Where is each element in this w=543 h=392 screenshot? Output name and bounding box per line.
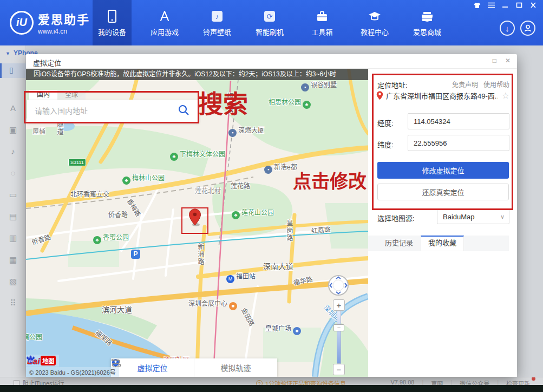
nav-tutorials[interactable]: 教程中心 [355, 0, 394, 45]
current-address: 广东省深圳市福田区商报东路49-西... [386, 90, 498, 101]
search-icon [178, 104, 189, 116]
map-label: 屋桶 [32, 126, 45, 135]
map-label: 莲花路 [231, 181, 250, 190]
gps-notice-bar: 因iOS设备带有GPS校准功能，故此虚拟定位并非永久。iOS12及以下：约2天；… [26, 69, 368, 80]
tab-favorites[interactable]: 我的收藏 [421, 236, 464, 251]
svg-text:⟳: ⟳ [267, 12, 273, 21]
map-label: 滨河大道 [102, 304, 132, 315]
records-tabs: 历史记录 我的收藏 [368, 236, 509, 251]
tab-virtual-location[interactable]: 虚拟定位 [111, 358, 194, 377]
svg-text:du: du [29, 359, 33, 362]
app-logo: iU 爱思助手 www.i4.cn [10, 10, 90, 35]
graduation-cap-icon [368, 9, 382, 23]
map-label: ▪深燃大厦 [228, 125, 264, 137]
window-controls [473, 2, 538, 10]
refresh-icon: ⟳ [263, 9, 277, 23]
zoom-slider-handle[interactable]: − [333, 324, 344, 331]
map-label: 深圳会展中心■ [188, 298, 237, 310]
pin-icon [376, 91, 383, 100]
search-button[interactable] [178, 104, 194, 118]
nav-ringtones[interactable]: ♪ 铃声壁纸 [198, 0, 237, 45]
phone-icon [105, 9, 119, 23]
map-label: ♣下梅林文体公园 [170, 149, 225, 161]
nav-flash[interactable]: ⟳ 智能刷机 [250, 0, 289, 45]
address-label: 定位地址: [377, 80, 408, 90]
nav-my-device[interactable]: 我的设备 [93, 0, 132, 45]
map-label: 北环香蜜立交 [70, 189, 109, 198]
building-poi-icon: ▪ [301, 83, 309, 92]
map-label: 红荔路 [311, 224, 331, 235]
latitude-label: 纬度: [377, 139, 394, 149]
building-poi-icon: ▪ [264, 166, 272, 174]
dialog-close-icon[interactable]: ✕ [505, 57, 511, 64]
address-search-input[interactable] [35, 104, 165, 118]
zoom-out-button[interactable]: − [333, 364, 345, 375]
latitude-input[interactable] [408, 135, 509, 151]
map-label: 湾公园 [26, 332, 42, 341]
nav-store[interactable]: 爱思商城 [408, 0, 447, 45]
appstore-icon [158, 9, 172, 23]
map-label: S3111 [68, 159, 86, 166]
app-subtitle: www.i4.cn [38, 28, 90, 35]
park-poi-icon: ♣ [232, 211, 240, 219]
modify-location-button[interactable]: 修改虚拟定位 [377, 162, 509, 179]
map-label: ▪银谷别墅 [301, 80, 337, 92]
map-label: 莲花北村 [195, 186, 221, 195]
minimize-icon[interactable] [501, 2, 509, 10]
tab-global[interactable]: 全球 [57, 90, 86, 100]
map-label: 皇城广场■ [265, 323, 301, 335]
download-manager-icon[interactable]: ↓ [500, 21, 515, 36]
map-label: 深南大道 [263, 260, 293, 271]
tab-domestic[interactable]: 国内 [29, 90, 57, 100]
park-poi-icon: ♣ [93, 236, 101, 244]
user-account-icon[interactable] [520, 21, 535, 36]
map-label: M福田站 [226, 271, 256, 283]
favorite-star-icon[interactable]: ☆ [502, 90, 509, 101]
dialog-maximize-icon[interactable]: □ [493, 57, 496, 64]
nav-toolbox[interactable]: 工具箱 [303, 0, 342, 45]
tab-history[interactable]: 历史记录 [377, 236, 421, 251]
map-label: P [131, 250, 140, 259]
map-label: ♣梅林山公园 [122, 173, 165, 185]
map-label: 梅观路 [225, 93, 234, 115]
mall-poi-icon: ■ [293, 327, 301, 335]
dialog-titlebar[interactable]: 虚拟定位 □ ✕ [26, 54, 517, 69]
park-after-poi-icon: ♣ [303, 101, 311, 109]
chevron-down-icon: ∨ [500, 210, 505, 224]
svg-text:♪: ♪ [215, 12, 219, 21]
baidu-paw-icon: du [26, 355, 35, 363]
metro-poi-icon: M [226, 275, 234, 283]
tab-simulate-track[interactable]: 模拟轨迹 [194, 358, 277, 377]
map-search-card: 国内 全球 [27, 90, 199, 123]
map-label: 新洲路 [196, 243, 205, 266]
maximize-icon[interactable] [515, 2, 524, 10]
map-label: 相思林公园♣ [269, 97, 311, 109]
skin-icon[interactable] [473, 2, 481, 10]
longitude-label: 经度: [377, 117, 394, 128]
route-icon [111, 358, 121, 367]
app-title: 爱思助手 [38, 10, 90, 27]
zoom-slider[interactable]: − [337, 311, 341, 364]
list-icon[interactable] [487, 2, 495, 10]
briefcase-icon [315, 9, 329, 23]
map-source-select[interactable]: BaiduMap ∨ [437, 210, 509, 224]
park-poi-icon: ♣ [170, 153, 178, 161]
map-label: 皇岗路 [285, 219, 294, 242]
map-pan-control[interactable] [328, 275, 349, 296]
close-icon[interactable] [529, 2, 538, 10]
location-panel: 定位地址: 免责声明 使用帮助 广东省深圳市福田区商报东路49-西... ☆ 经… [368, 69, 517, 377]
music-note-icon: ♪ [210, 9, 224, 23]
app-header: iU 爱思助手 www.i4.cn 我的设备 应用游戏 [0, 0, 543, 45]
disclaimer-link[interactable]: 免责声明 [452, 80, 478, 89]
longitude-input[interactable] [408, 113, 509, 129]
main-nav: 我的设备 应用游戏 ♪ 铃声壁纸 ⟳ [93, 0, 460, 45]
baidu-logo: Bai du 地图 [26, 355, 59, 367]
help-link[interactable]: 使用帮助 [483, 80, 509, 89]
map-canvas[interactable]: ▪银谷别墅相思林公园♣梅观路▪深燃大厦♣下梅林文体公园▪新浩e都S3111♣梅林… [26, 69, 368, 377]
nav-apps-games[interactable]: 应用游戏 [145, 0, 184, 45]
map-label: 侨香路 [108, 210, 128, 219]
restore-location-button[interactable]: 还原真实定位 [377, 184, 509, 200]
location-pin-icon [188, 208, 201, 227]
zoom-in-button[interactable]: + [333, 299, 345, 311]
storefront-icon [420, 9, 434, 23]
